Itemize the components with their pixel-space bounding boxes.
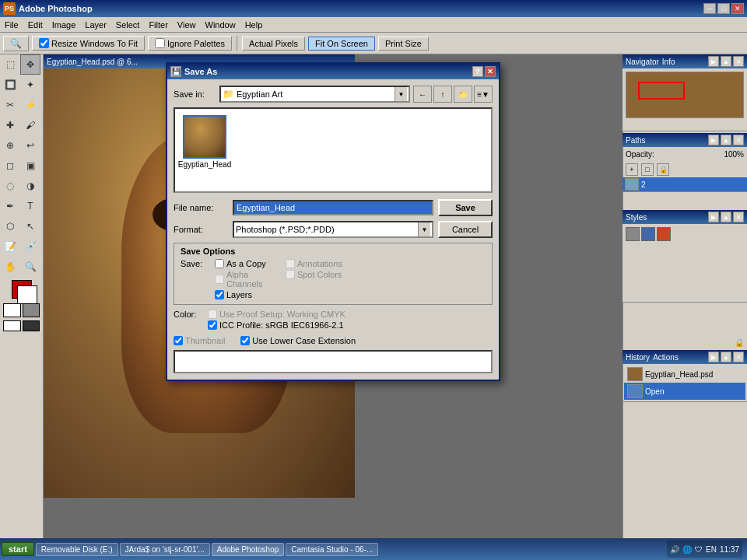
styles-menu-btn[interactable]: ▶ [708, 212, 719, 222]
styles-expand-btn[interactable]: ▲ [721, 212, 731, 222]
quick-mask-off[interactable] [3, 303, 21, 317]
tool-text[interactable]: T [20, 196, 40, 216]
tool-magic-wand[interactable]: ✦ [20, 75, 40, 95]
tool-history-brush[interactable]: ↩ [20, 135, 40, 156]
menu-help[interactable]: Help [240, 19, 268, 31]
format-label: Format: [174, 225, 228, 234]
tool-blur[interactable]: ◌ [0, 176, 20, 196]
views-btn[interactable]: ≡▼ [474, 86, 493, 103]
lower-case-checkbox[interactable] [240, 336, 250, 345]
resize-windows-btn[interactable]: Resize Windows To Fit [32, 36, 145, 51]
ignore-palettes-btn[interactable]: Ignore Palettes [148, 36, 232, 51]
tool-path-select[interactable]: ↖ [20, 216, 40, 236]
tool-eraser[interactable]: ◻ [0, 156, 20, 176]
navigator-close-btn[interactable]: ✕ [733, 56, 744, 67]
menu-select[interactable]: Select [111, 19, 145, 31]
background-color[interactable] [17, 285, 37, 304]
print-size-btn[interactable]: Print Size [378, 37, 429, 51]
save-button[interactable]: Save [438, 199, 493, 216]
navigator-expand-btn[interactable]: ▲ [721, 56, 731, 67]
menu-filter[interactable]: Filter [144, 19, 172, 31]
tool-healing[interactable]: ✚ [0, 115, 20, 135]
resize-checkbox[interactable] [39, 38, 49, 48]
menu-view[interactable]: View [173, 19, 201, 31]
actual-pixels-btn[interactable]: Actual Pixels [242, 37, 305, 51]
taskbar-item-photoshop[interactable]: Adobe Photoshop [212, 543, 285, 556]
tool-marquee[interactable]: ⬚ [0, 54, 20, 75]
tool-dodge[interactable]: ◑ [20, 176, 40, 196]
as-copy-checkbox[interactable] [215, 259, 224, 268]
paths-expand-btn[interactable]: ▲ [721, 135, 731, 145]
format-dropdown[interactable]: Photoshop (*.PSD;*.PDD) ▼ [233, 221, 433, 238]
history-item-open[interactable]: Open [624, 383, 745, 400]
minimize-button[interactable]: ─ [703, 3, 716, 14]
file-item-egyptian-head[interactable]: Egyptian_Head [181, 115, 228, 169]
thumbnail-checkbox[interactable] [174, 336, 183, 345]
style-swatch[interactable] [626, 227, 640, 241]
menu-window[interactable]: Window [201, 19, 240, 31]
icc-profile-checkbox[interactable] [208, 320, 217, 330]
tool-pen[interactable]: ✒ [0, 196, 20, 216]
paths-tool1[interactable]: + [626, 163, 638, 176]
save-in-dropdown[interactable]: 📁 Egyptian Art ▼ [219, 86, 410, 103]
language-indicator: EN [706, 545, 717, 554]
file-name-row: File name: Save [174, 199, 493, 216]
taskbar-item-network[interactable]: JArda$ on 'stj-sr-001'... [120, 543, 210, 556]
tool-notes[interactable]: 📝 [0, 236, 20, 257]
tool-hand[interactable]: ✋ [0, 257, 20, 277]
style-swatch[interactable] [657, 227, 671, 241]
history-expand-btn[interactable]: ▲ [721, 352, 731, 362]
options-col-right: Annotations Spot Colors [286, 259, 350, 301]
style-swatch[interactable] [641, 227, 655, 241]
screen-mode-normal[interactable] [3, 320, 21, 331]
menu-layer[interactable]: Layer [80, 19, 111, 31]
ignore-checkbox[interactable] [155, 38, 165, 48]
tool-crop[interactable]: ✂ [0, 95, 20, 115]
menu-edit[interactable]: Edit [23, 19, 47, 31]
maximize-button[interactable]: □ [717, 3, 730, 14]
quick-mask-on[interactable] [23, 303, 40, 317]
paths-tool3[interactable]: 🔒 [657, 163, 669, 176]
history-item-psd[interactable]: Egyptian_Head.psd [624, 366, 745, 383]
dialog-overlay: 💾 Save As ? ✕ Save in: 📁 Egyptian Art [44, 54, 622, 544]
dialog-body: Save in: 📁 Egyptian Art ▼ ← ↑ 📁 ≡▼ [167, 79, 499, 380]
start-button[interactable]: start [2, 542, 34, 556]
foreground-color[interactable] [12, 280, 32, 299]
right-panels: Navigator Info ▶ ▲ ✕ [622, 54, 747, 544]
tool-brush[interactable]: 🖌 [20, 115, 40, 135]
paths-tool2[interactable]: □ [641, 163, 654, 176]
go-up-btn[interactable]: ↑ [433, 86, 452, 103]
dialog-help-btn[interactable]: ? [472, 66, 483, 77]
new-folder-btn[interactable]: 📁 [454, 86, 472, 103]
go-back-btn[interactable]: ← [413, 86, 432, 103]
tool-shape[interactable]: ⬡ [0, 216, 20, 236]
file-name-input[interactable] [233, 200, 433, 215]
dialog-icon: 💾 [170, 66, 181, 77]
tool-move[interactable]: ✥ [20, 54, 40, 75]
tool-zoom[interactable]: 🔍 [20, 257, 40, 277]
history-close-btn[interactable]: ✕ [733, 352, 744, 362]
close-button[interactable]: ✕ [731, 3, 744, 14]
menu-image[interactable]: Image [47, 19, 81, 31]
paths-menu-btn[interactable]: ▶ [708, 135, 719, 145]
layers-checkbox[interactable] [215, 290, 224, 299]
taskbar-item-camtasia[interactable]: Camtasia Studio - 06-... [286, 543, 378, 556]
history-menu-btn[interactable]: ▶ [708, 352, 719, 362]
screen-mode-full[interactable] [23, 320, 40, 331]
styles-close-btn[interactable]: ✕ [733, 212, 744, 222]
layer-item[interactable]: 2 [622, 177, 747, 191]
cancel-button[interactable]: Cancel [438, 221, 493, 238]
tool-stamp[interactable]: ⊕ [0, 135, 20, 156]
zoom-tool-btn: 🔍 [3, 36, 29, 51]
tool-lasso[interactable]: 🔲 [0, 75, 20, 95]
fit-on-screen-btn[interactable]: Fit On Screen [308, 37, 375, 51]
taskbar-item-disk[interactable]: Removable Disk (E:) [36, 543, 118, 556]
dialog-close-btn[interactable]: ✕ [485, 66, 496, 77]
tool-gradient[interactable]: ▣ [20, 156, 40, 176]
dialog-bottom-bar [174, 350, 493, 373]
navigator-menu-btn[interactable]: ▶ [708, 56, 719, 67]
paths-close-btn[interactable]: ✕ [733, 135, 744, 145]
menu-file[interactable]: File [0, 19, 23, 31]
tool-eyedropper[interactable]: 💉 [20, 236, 40, 257]
tool-slice[interactable]: ⚡ [20, 95, 40, 115]
